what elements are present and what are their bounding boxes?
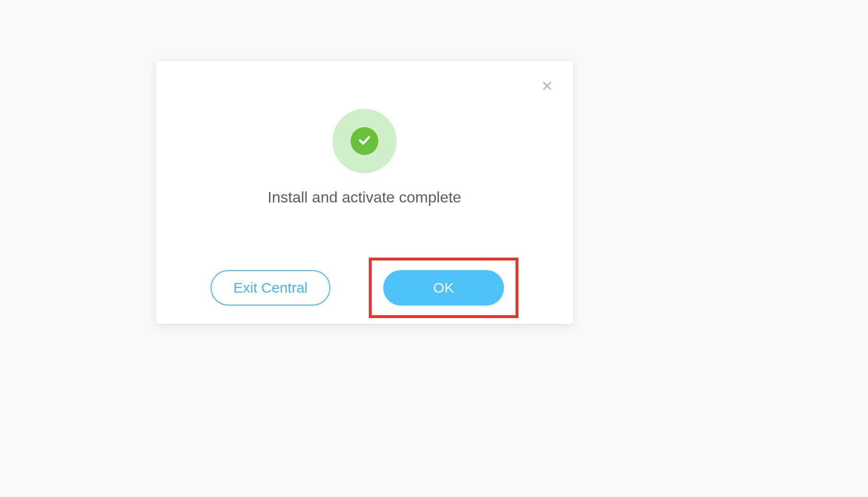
success-icon-outer	[332, 109, 397, 173]
close-icon	[541, 80, 553, 94]
ok-button-highlight: OK	[369, 258, 518, 318]
checkmark-icon	[357, 132, 372, 150]
success-icon-inner	[351, 127, 378, 155]
modal-dialog: Install and activate complete Exit Centr…	[156, 61, 573, 324]
dialog-button-row: Exit Central OK	[156, 258, 573, 318]
exit-central-button[interactable]: Exit Central	[211, 270, 330, 306]
dialog-message: Install and activate complete	[156, 189, 573, 206]
ok-button[interactable]: OK	[383, 270, 504, 306]
close-button[interactable]	[540, 80, 554, 94]
